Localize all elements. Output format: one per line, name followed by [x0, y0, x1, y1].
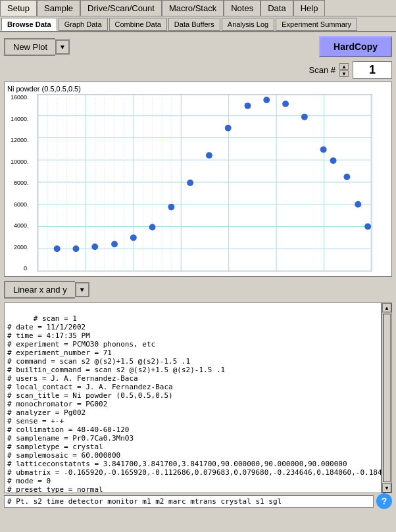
scrollbar[interactable]: ▲ ▼ [382, 302, 392, 493]
y-tick-4000: 4000. [14, 222, 29, 229]
y-tick-14000: 14000. [11, 116, 29, 122]
help-button[interactable]: ? [376, 493, 392, 509]
svg-point-39 [245, 103, 251, 109]
tab-graph-data[interactable]: Graph Data [59, 18, 108, 31]
scroll-down[interactable]: ▼ [382, 483, 391, 493]
notes-section: # scan = 1 # date = 11/1/2002 # time = 4… [4, 302, 392, 493]
svg-point-38 [225, 125, 232, 132]
svg-point-44 [330, 157, 337, 164]
bottom-section: # Pt. s2 time detector monitor m1 m2 mar… [4, 493, 392, 509]
svg-point-36 [187, 180, 193, 186]
menu-item-macro-stack[interactable]: Macro/Stack [162, 0, 224, 16]
y-tick-10000: 10000. [11, 158, 29, 165]
menu-bar: Setup Sample Drive/Scan/Count Macro/Stac… [0, 0, 396, 16]
scan-spinner: ▲ ▼ [339, 63, 349, 77]
y-tick-16000: 16000. [11, 94, 29, 101]
new-plot-button[interactable]: New Plot [4, 38, 55, 56]
svg-point-37 [206, 152, 212, 158]
notes-area: # scan = 1 # date = 11/1/2002 # time = 4… [4, 302, 382, 493]
svg-point-46 [355, 201, 361, 208]
tab-analysis-log[interactable]: Analysis Log [222, 18, 274, 31]
scan-up-arrow[interactable]: ▲ [339, 63, 349, 70]
menu-item-data[interactable]: Data [260, 0, 293, 16]
chart-title: Ni powder (0.5,0.5,0.5) [7, 85, 389, 93]
svg-point-31 [91, 243, 98, 250]
menu-item-setup[interactable]: Setup [0, 0, 37, 16]
scroll-thumb[interactable] [383, 314, 391, 482]
svg-point-30 [72, 245, 79, 252]
svg-point-33 [130, 234, 137, 241]
notes-content: # scan = 1 # date = 11/1/2002 # time = 4… [7, 314, 382, 493]
tab-bar: Browse Data Graph Data Combine Data Data… [0, 16, 396, 32]
scan-down-arrow[interactable]: ▼ [339, 70, 349, 77]
chart-svg: -36.5 -36.0 -35.5 -35.0 -34.5 -34.0 -33.… [37, 94, 372, 272]
svg-point-34 [149, 224, 156, 231]
y-tick-2000: 2000. [14, 244, 29, 251]
svg-point-43 [320, 146, 327, 153]
svg-point-47 [364, 224, 371, 230]
svg-point-42 [301, 114, 308, 120]
y-tick-6000: 6000. [14, 201, 29, 208]
main-content: New Plot ▼ HardCopy Scan # ▲ ▼ 1 Ni powd… [0, 32, 396, 513]
menu-item-drive-scan-count[interactable]: Drive/Scan/Count [80, 0, 162, 16]
tab-browse-data[interactable]: Browse Data [1, 18, 57, 31]
scale-row: Linear x and y ▼ [4, 281, 392, 299]
bottom-bar: # Pt. s2 time detector monitor m1 m2 mar… [4, 495, 374, 508]
y-tick-12000: 12000. [11, 137, 29, 143]
svg-point-40 [263, 97, 270, 103]
toolbar-row: New Plot ▼ HardCopy [4, 36, 392, 57]
chart-container: Ni powder (0.5,0.5,0.5) Counts [4, 82, 392, 277]
tab-combine-data[interactable]: Combine Data [109, 18, 167, 31]
column-headers: # Pt. s2 time detector monitor m1 m2 mar… [7, 497, 282, 506]
svg-point-45 [343, 174, 350, 180]
scale-selector-button[interactable]: Linear x and y [4, 281, 75, 299]
scan-row: Scan # ▲ ▼ 1 [4, 61, 392, 79]
svg-point-32 [111, 241, 118, 247]
menu-item-notes[interactable]: Notes [224, 0, 260, 16]
svg-point-35 [168, 204, 174, 210]
y-tick-8000: 8000. [14, 180, 29, 186]
new-plot-group: New Plot ▼ [4, 38, 70, 56]
y-tick-0: 0. [24, 265, 29, 272]
svg-point-29 [54, 245, 61, 252]
scan-label: Scan # [309, 65, 335, 75]
scan-value: 1 [353, 61, 392, 79]
tab-experiment-summary[interactable]: Experiment Summary [276, 18, 357, 31]
scroll-up[interactable]: ▲ [382, 303, 391, 312]
menu-item-help[interactable]: Help [293, 0, 326, 16]
svg-point-41 [282, 101, 289, 107]
tab-data-buffers[interactable]: Data Buffers [168, 18, 220, 31]
scale-dropdown-arrow[interactable]: ▼ [75, 282, 89, 297]
menu-item-sample[interactable]: Sample [37, 0, 80, 16]
new-plot-dropdown[interactable]: ▼ [55, 39, 70, 55]
hardcopy-button[interactable]: HardCopy [319, 36, 392, 57]
